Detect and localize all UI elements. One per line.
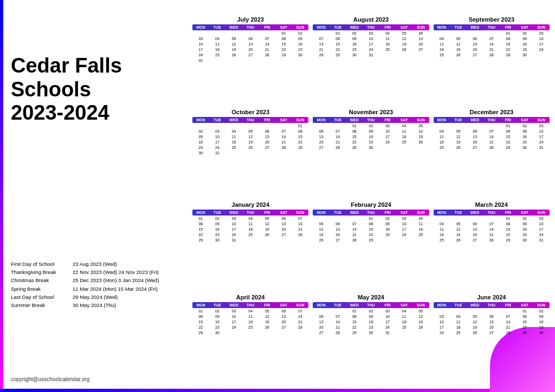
- calendar-day: 18: [434, 139, 450, 145]
- calendar-day: 23: [292, 47, 309, 52]
- empty-day: [467, 30, 483, 36]
- day-header: MON: [434, 303, 450, 307]
- calendar-day: 18: [242, 319, 259, 324]
- day-header: THU: [242, 118, 259, 122]
- calendar-day: 17: [192, 47, 209, 52]
- calendar-day: 05: [412, 308, 429, 313]
- calendar-day: 02: [379, 215, 396, 221]
- day-header: WED: [467, 118, 483, 122]
- empty-day: [259, 30, 275, 36]
- calendar-day: 14: [292, 221, 309, 226]
- left-border-accent: [0, 0, 3, 392]
- empty-day: [500, 308, 517, 313]
- calendar-day: 16: [209, 226, 226, 232]
- calendar-day: 14: [259, 41, 275, 47]
- calendar-day: 09: [533, 313, 550, 319]
- calendar-day: 03: [533, 30, 550, 36]
- calendar-day: 30: [363, 330, 379, 335]
- day-header: WED: [346, 211, 363, 214]
- calendar-day: 27: [275, 324, 292, 330]
- day-header: MON: [192, 118, 209, 122]
- calendar-day: 29: [517, 330, 533, 335]
- calendar-day: 09: [209, 313, 226, 319]
- info-area: First Day of School23 Aug 2023 (Wed)Than…: [11, 260, 184, 309]
- day-header: TUE: [209, 118, 226, 122]
- calendar-day: 28: [346, 237, 363, 243]
- calendar-day: 08: [330, 36, 346, 41]
- month-calendar: April 2024MONTUEWEDTHUFRISATSUN010203040…: [192, 294, 308, 381]
- calendar-day: 26: [450, 237, 467, 243]
- calendar-day: 06: [467, 36, 483, 41]
- calendar-day: 19: [450, 47, 467, 52]
- calendar-day: 20: [467, 47, 483, 52]
- calendar-day: 07: [483, 128, 500, 134]
- calendar-day: 25: [396, 324, 412, 330]
- day-header: SUN: [533, 25, 550, 29]
- calendar-day: 25: [434, 237, 450, 243]
- calendar-day: 14: [330, 319, 346, 324]
- calendar-day: 30: [517, 145, 533, 150]
- empty-day: [434, 30, 450, 36]
- calendar-day: 29: [275, 52, 292, 57]
- calendar-day: 17: [225, 319, 242, 324]
- calendar-day: 09: [292, 36, 309, 41]
- month-calendar: May 2024MONTUEWEDTHUFRISATSUN01020304050…: [313, 294, 429, 381]
- day-header: MON: [313, 118, 330, 122]
- calendar-day: 19: [412, 319, 429, 324]
- calendar-day: 21: [292, 319, 309, 324]
- calendar-day: 25: [434, 145, 450, 150]
- calendar-day: 12: [450, 41, 467, 47]
- calendar-day: 17: [533, 226, 550, 232]
- calendar-day: 27: [242, 52, 259, 57]
- day-header: FRI: [500, 211, 517, 214]
- month-calendar: December 2023MONTUEWEDTHUFRISATSUN010203…: [434, 109, 550, 196]
- day-header: MON: [192, 25, 209, 29]
- info-value: 29 May 2024 (Wed): [73, 293, 118, 301]
- calendar-day: 16: [192, 139, 209, 145]
- calendar-day: 12: [450, 226, 467, 232]
- calendar-day: 20: [313, 139, 330, 145]
- calendar-day: 04: [379, 30, 396, 36]
- calendar-day: 02: [533, 308, 550, 313]
- calendar-day: 27: [467, 145, 483, 150]
- calendar-day: 21: [330, 139, 346, 145]
- calendar-day: 06: [483, 313, 500, 319]
- day-header: WED: [225, 303, 242, 307]
- info-label: Christmas Break: [11, 276, 70, 284]
- calendar-day: 05: [225, 36, 242, 41]
- calendar-day: 10: [533, 221, 550, 226]
- calendar-day: 26: [412, 139, 429, 145]
- day-header: TUE: [450, 303, 467, 307]
- empty-day: [434, 215, 450, 221]
- calendar-day: 08: [500, 221, 517, 226]
- calendar-day: 02: [517, 30, 533, 36]
- calendar-body: 0102030405060708091011121314151617181920…: [313, 30, 429, 57]
- calendar-day: 16: [292, 41, 309, 47]
- calendar-day: 03: [533, 123, 550, 128]
- calendar-day: 02: [363, 123, 379, 128]
- month-calendar: October 2023MONTUEWEDTHUFRISATSUN0102030…: [192, 109, 308, 196]
- calendar-day: 13: [467, 226, 483, 232]
- day-header: TUE: [330, 118, 346, 122]
- calendar-day: 14: [500, 319, 517, 324]
- calendar-day: 14: [483, 41, 500, 47]
- calendar-day: 30: [533, 330, 550, 335]
- calendar-day: 31: [209, 150, 226, 155]
- calendar-day: 30: [363, 145, 379, 150]
- calendar-day: 23: [517, 139, 533, 145]
- calendar-day: 19: [450, 139, 467, 145]
- day-header: SUN: [412, 118, 429, 122]
- calendar-day: 17: [533, 41, 550, 47]
- empty-day: [242, 30, 259, 36]
- calendar-day: 22: [192, 232, 209, 237]
- calendar-day: 02: [209, 215, 226, 221]
- day-header: MON: [434, 25, 450, 29]
- calendar-day: 12: [412, 313, 429, 319]
- calendar-day: 21: [275, 139, 292, 145]
- month-calendar: June 2024MONTUEWEDTHUFRISATSUN0102030405…: [434, 294, 550, 381]
- calendar-day: 06: [467, 128, 483, 134]
- calendar-day: 25: [412, 232, 429, 237]
- calendar-header: MONTUEWEDTHUFRISATSUN: [434, 210, 550, 215]
- calendar-day: 31: [192, 57, 209, 63]
- calendar-day: 19: [467, 324, 483, 330]
